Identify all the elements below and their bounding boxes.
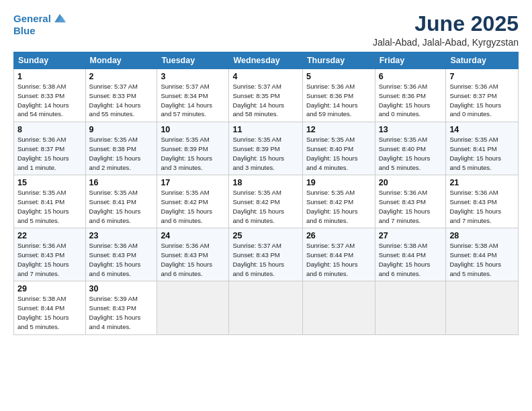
day-detail: Sunrise: 5:36 AM Sunset: 8:37 PM Dayligh… bbox=[17, 135, 82, 172]
calendar-cell: 8Sunrise: 5:36 AM Sunset: 8:37 PM Daylig… bbox=[14, 122, 86, 175]
day-number: 12 bbox=[306, 125, 371, 134]
day-detail: Sunrise: 5:38 AM Sunset: 8:44 PM Dayligh… bbox=[449, 241, 515, 278]
day-number: 2 bbox=[89, 72, 154, 81]
calendar-cell: 26Sunrise: 5:37 AM Sunset: 8:44 PM Dayli… bbox=[302, 228, 375, 281]
day-detail: Sunrise: 5:36 AM Sunset: 8:36 PM Dayligh… bbox=[379, 82, 443, 119]
day-detail: Sunrise: 5:37 AM Sunset: 8:33 PM Dayligh… bbox=[89, 82, 154, 119]
logo-icon bbox=[52, 11, 67, 26]
day-detail: Sunrise: 5:35 AM Sunset: 8:41 PM Dayligh… bbox=[17, 188, 82, 225]
calendar-cell: 21Sunrise: 5:36 AM Sunset: 8:43 PM Dayli… bbox=[446, 175, 519, 228]
calendar-cell: 10Sunrise: 5:35 AM Sunset: 8:39 PM Dayli… bbox=[157, 122, 229, 175]
day-detail: Sunrise: 5:35 AM Sunset: 8:42 PM Dayligh… bbox=[232, 188, 298, 225]
day-number: 6 bbox=[379, 72, 443, 81]
day-detail: Sunrise: 5:35 AM Sunset: 8:40 PM Dayligh… bbox=[306, 135, 371, 172]
calendar-week-row: 22Sunrise: 5:36 AM Sunset: 8:43 PM Dayli… bbox=[14, 228, 519, 281]
day-number: 13 bbox=[379, 125, 443, 134]
calendar-cell: 6Sunrise: 5:36 AM Sunset: 8:36 PM Daylig… bbox=[375, 69, 446, 122]
month-title: June 2025 bbox=[373, 12, 519, 36]
calendar-cell: 13Sunrise: 5:35 AM Sunset: 8:40 PM Dayli… bbox=[375, 122, 446, 175]
calendar-cell: 12Sunrise: 5:35 AM Sunset: 8:40 PM Dayli… bbox=[302, 122, 375, 175]
calendar-cell: 2Sunrise: 5:37 AM Sunset: 8:33 PM Daylig… bbox=[85, 69, 157, 122]
logo: General Blue bbox=[13, 12, 67, 37]
day-detail: Sunrise: 5:35 AM Sunset: 8:41 PM Dayligh… bbox=[449, 135, 515, 172]
day-number: 20 bbox=[379, 178, 443, 187]
weekday-header: Saturday bbox=[446, 52, 519, 69]
day-number: 4 bbox=[232, 72, 298, 81]
day-number: 24 bbox=[161, 231, 225, 240]
calendar-cell: 5Sunrise: 5:36 AM Sunset: 8:36 PM Daylig… bbox=[302, 69, 375, 122]
calendar: SundayMondayTuesdayWednesdayThursdayFrid… bbox=[13, 52, 519, 334]
day-detail: Sunrise: 5:35 AM Sunset: 8:38 PM Dayligh… bbox=[89, 135, 154, 172]
calendar-cell: 22Sunrise: 5:36 AM Sunset: 8:43 PM Dayli… bbox=[14, 228, 86, 281]
calendar-cell: 4Sunrise: 5:37 AM Sunset: 8:35 PM Daylig… bbox=[229, 69, 302, 122]
day-detail: Sunrise: 5:36 AM Sunset: 8:43 PM Dayligh… bbox=[449, 188, 515, 225]
weekday-header: Sunday bbox=[14, 52, 86, 69]
day-number: 27 bbox=[379, 231, 443, 240]
day-number: 23 bbox=[89, 231, 154, 240]
day-detail: Sunrise: 5:35 AM Sunset: 8:40 PM Dayligh… bbox=[379, 135, 443, 172]
day-detail: Sunrise: 5:38 AM Sunset: 8:44 PM Dayligh… bbox=[17, 294, 82, 331]
day-number: 22 bbox=[17, 231, 82, 240]
day-detail: Sunrise: 5:37 AM Sunset: 8:44 PM Dayligh… bbox=[306, 241, 371, 278]
calendar-cell bbox=[302, 281, 375, 334]
calendar-cell: 15Sunrise: 5:35 AM Sunset: 8:41 PM Dayli… bbox=[14, 175, 86, 228]
day-number: 15 bbox=[17, 178, 82, 187]
day-number: 28 bbox=[449, 231, 515, 240]
day-detail: Sunrise: 5:39 AM Sunset: 8:43 PM Dayligh… bbox=[89, 294, 154, 331]
day-number: 7 bbox=[449, 72, 515, 81]
calendar-cell: 20Sunrise: 5:36 AM Sunset: 8:43 PM Dayli… bbox=[375, 175, 446, 228]
day-number: 21 bbox=[449, 178, 515, 187]
calendar-cell: 3Sunrise: 5:37 AM Sunset: 8:34 PM Daylig… bbox=[157, 69, 229, 122]
day-detail: Sunrise: 5:38 AM Sunset: 8:44 PM Dayligh… bbox=[379, 241, 443, 278]
calendar-cell: 17Sunrise: 5:35 AM Sunset: 8:42 PM Dayli… bbox=[157, 175, 229, 228]
day-detail: Sunrise: 5:35 AM Sunset: 8:41 PM Dayligh… bbox=[89, 188, 154, 225]
day-detail: Sunrise: 5:36 AM Sunset: 8:43 PM Dayligh… bbox=[89, 241, 154, 278]
calendar-cell: 29Sunrise: 5:38 AM Sunset: 8:44 PM Dayli… bbox=[14, 281, 86, 334]
day-detail: Sunrise: 5:36 AM Sunset: 8:43 PM Dayligh… bbox=[161, 241, 225, 278]
calendar-cell: 25Sunrise: 5:37 AM Sunset: 8:43 PM Dayli… bbox=[229, 228, 302, 281]
day-detail: Sunrise: 5:35 AM Sunset: 8:39 PM Dayligh… bbox=[161, 135, 225, 172]
day-number: 14 bbox=[449, 125, 515, 134]
day-detail: Sunrise: 5:37 AM Sunset: 8:34 PM Dayligh… bbox=[161, 82, 225, 119]
day-number: 9 bbox=[89, 125, 154, 134]
calendar-cell: 9Sunrise: 5:35 AM Sunset: 8:38 PM Daylig… bbox=[85, 122, 157, 175]
weekday-header: Thursday bbox=[302, 52, 375, 69]
calendar-week-row: 29Sunrise: 5:38 AM Sunset: 8:44 PM Dayli… bbox=[14, 281, 519, 334]
calendar-cell: 28Sunrise: 5:38 AM Sunset: 8:44 PM Dayli… bbox=[446, 228, 519, 281]
day-detail: Sunrise: 5:36 AM Sunset: 8:43 PM Dayligh… bbox=[379, 188, 443, 225]
calendar-week-row: 1Sunrise: 5:38 AM Sunset: 8:33 PM Daylig… bbox=[14, 69, 519, 122]
day-number: 8 bbox=[17, 125, 82, 134]
calendar-header-row: SundayMondayTuesdayWednesdayThursdayFrid… bbox=[14, 52, 519, 69]
day-detail: Sunrise: 5:37 AM Sunset: 8:35 PM Dayligh… bbox=[232, 82, 298, 119]
header: General Blue June 2025 Jalal-Abad, Jalal… bbox=[13, 12, 519, 48]
weekday-header: Monday bbox=[85, 52, 157, 69]
day-number: 30 bbox=[89, 284, 154, 293]
calendar-cell bbox=[375, 281, 446, 334]
calendar-cell bbox=[229, 281, 302, 334]
day-number: 18 bbox=[232, 178, 298, 187]
day-number: 16 bbox=[89, 178, 154, 187]
weekday-header: Wednesday bbox=[229, 52, 302, 69]
day-number: 26 bbox=[306, 231, 371, 240]
calendar-cell: 27Sunrise: 5:38 AM Sunset: 8:44 PM Dayli… bbox=[375, 228, 446, 281]
day-number: 5 bbox=[306, 72, 371, 81]
calendar-cell: 14Sunrise: 5:35 AM Sunset: 8:41 PM Dayli… bbox=[446, 122, 519, 175]
calendar-cell: 24Sunrise: 5:36 AM Sunset: 8:43 PM Dayli… bbox=[157, 228, 229, 281]
day-detail: Sunrise: 5:35 AM Sunset: 8:42 PM Dayligh… bbox=[161, 188, 225, 225]
day-number: 3 bbox=[161, 72, 225, 81]
day-detail: Sunrise: 5:36 AM Sunset: 8:37 PM Dayligh… bbox=[449, 82, 515, 119]
calendar-cell: 1Sunrise: 5:38 AM Sunset: 8:33 PM Daylig… bbox=[14, 69, 86, 122]
calendar-cell: 30Sunrise: 5:39 AM Sunset: 8:43 PM Dayli… bbox=[85, 281, 157, 334]
calendar-cell: 18Sunrise: 5:35 AM Sunset: 8:42 PM Dayli… bbox=[229, 175, 302, 228]
calendar-week-row: 8Sunrise: 5:36 AM Sunset: 8:37 PM Daylig… bbox=[14, 122, 519, 175]
day-number: 19 bbox=[306, 178, 371, 187]
day-detail: Sunrise: 5:38 AM Sunset: 8:33 PM Dayligh… bbox=[17, 82, 82, 119]
day-number: 11 bbox=[232, 125, 298, 134]
day-detail: Sunrise: 5:35 AM Sunset: 8:42 PM Dayligh… bbox=[306, 188, 371, 225]
day-number: 29 bbox=[17, 284, 82, 293]
location-title: Jalal-Abad, Jalal-Abad, Kyrgyzstan bbox=[373, 37, 519, 48]
calendar-week-row: 15Sunrise: 5:35 AM Sunset: 8:41 PM Dayli… bbox=[14, 175, 519, 228]
logo-text: General bbox=[13, 13, 51, 25]
day-detail: Sunrise: 5:36 AM Sunset: 8:43 PM Dayligh… bbox=[17, 241, 82, 278]
calendar-cell: 11Sunrise: 5:35 AM Sunset: 8:39 PM Dayli… bbox=[229, 122, 302, 175]
